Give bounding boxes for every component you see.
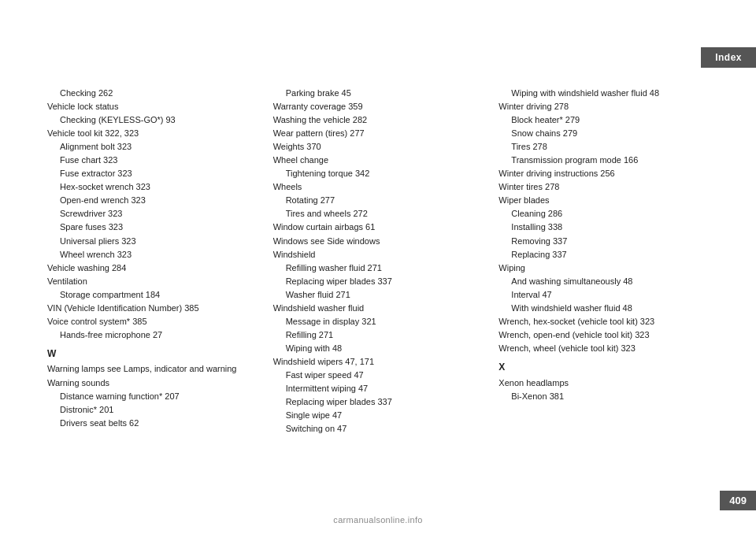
index-entry: Warranty coverage 359 bbox=[273, 100, 484, 113]
index-entry: X bbox=[498, 360, 709, 375]
index-entry: Message in display 321 bbox=[273, 315, 484, 328]
index-entry: Screwdriver 323 bbox=[47, 207, 258, 221]
index-tab: Index bbox=[701, 47, 756, 68]
page-container: Index Checking 262Vehicle lock statusChe… bbox=[0, 0, 756, 534]
index-entry: Wear pattern (tires) 277 bbox=[273, 127, 484, 140]
index-entry: Winter tires 278 bbox=[498, 180, 709, 194]
index-entry: Checking 262 bbox=[47, 87, 258, 100]
index-entry: Windows see Side windows bbox=[273, 235, 484, 248]
index-entry: Xenon headlamps bbox=[498, 376, 709, 390]
index-entry: And washing simultaneously 48 bbox=[498, 275, 709, 288]
index-entry: Wrench, open-end (vehicle tool kit) 323 bbox=[498, 328, 709, 342]
index-entry: Wiping with windshield washer fluid 48 bbox=[498, 87, 709, 100]
index-entry: Vehicle lock status bbox=[47, 100, 258, 113]
index-entry: Open-end wrench 323 bbox=[47, 194, 258, 207]
index-entry: Ventilation bbox=[47, 275, 258, 288]
index-entry: Bi-Xenon 381 bbox=[498, 390, 709, 403]
index-entry: Window curtain airbags 61 bbox=[273, 221, 484, 234]
index-entry: Alignment bolt 323 bbox=[47, 140, 258, 154]
index-entry: With windshield washer fluid 48 bbox=[498, 302, 709, 315]
index-entry: Snow chains 279 bbox=[498, 127, 709, 140]
index-entry: Warning sounds bbox=[47, 376, 258, 390]
index-entry: Tires and wheels 272 bbox=[273, 207, 484, 221]
index-entry: Wrench, wheel (vehicle tool kit) 323 bbox=[498, 342, 709, 355]
index-entry: Hex-socket wrench 323 bbox=[47, 180, 258, 194]
index-entry: Intermittent wiping 47 bbox=[273, 382, 484, 395]
index-entry: VIN (Vehicle Identification Number) 385 bbox=[47, 302, 258, 315]
page-number: 409 bbox=[720, 491, 756, 510]
index-entry: Wheel wrench 323 bbox=[47, 248, 258, 261]
index-entry: Replacing 337 bbox=[498, 248, 709, 261]
index-entry: Cleaning 286 bbox=[498, 207, 709, 221]
column-2: Parking brake 45Warranty coverage 359Was… bbox=[273, 87, 499, 436]
index-entry: Single wipe 47 bbox=[273, 409, 484, 422]
index-entry: Weights 370 bbox=[273, 140, 484, 154]
index-entry: Checking (KEYLESS-GO*) 93 bbox=[47, 113, 258, 127]
index-entry: Wiper blades bbox=[498, 194, 709, 207]
watermark: carmanualsonline.info bbox=[333, 515, 422, 525]
index-entry: Wiping bbox=[498, 261, 709, 275]
index-entry: Voice control system* 385 bbox=[47, 315, 258, 328]
index-entry: Distronic* 201 bbox=[47, 403, 258, 417]
index-entry: Storage compartment 184 bbox=[47, 288, 258, 302]
index-entry: Refilling washer fluid 271 bbox=[273, 261, 484, 275]
index-entry: Distance warning function* 207 bbox=[47, 390, 258, 403]
index-entry: Warning lamps see Lamps, indicator and w… bbox=[47, 362, 258, 376]
index-entry: Wheel change bbox=[273, 154, 484, 167]
index-entry: Wiping with 48 bbox=[273, 342, 484, 355]
index-entry: Switching on 47 bbox=[273, 422, 484, 436]
index-entry: Drivers seat belts 62 bbox=[47, 417, 258, 430]
index-entry: Windshield washer fluid bbox=[273, 302, 484, 315]
column-1: Checking 262Vehicle lock statusChecking … bbox=[47, 87, 273, 436]
index-entry: Winter driving 278 bbox=[498, 100, 709, 113]
index-entry: W bbox=[47, 347, 258, 362]
index-entry: Replacing wiper blades 337 bbox=[273, 395, 484, 409]
index-entry: Fast wiper speed 47 bbox=[273, 369, 484, 382]
index-entry: Hands-free microphone 27 bbox=[47, 328, 258, 342]
index-entry: Washer fluid 271 bbox=[273, 288, 484, 302]
index-entry: Windshield wipers 47, 171 bbox=[273, 355, 484, 369]
index-entry: Fuse chart 323 bbox=[47, 154, 258, 167]
index-entry: Vehicle washing 284 bbox=[47, 261, 258, 275]
index-entry: Universal pliers 323 bbox=[47, 235, 258, 248]
index-entry: Wrench, hex-socket (vehicle tool kit) 32… bbox=[498, 315, 709, 328]
index-entry: Tightening torque 342 bbox=[273, 167, 484, 180]
index-entry: Spare fuses 323 bbox=[47, 221, 258, 234]
index-entry: Vehicle tool kit 322, 323 bbox=[47, 127, 258, 140]
index-entry: Fuse extractor 323 bbox=[47, 167, 258, 180]
index-entry: Block heater* 279 bbox=[498, 113, 709, 127]
index-entry: Transmission program mode 166 bbox=[498, 154, 709, 167]
index-entry: Removing 337 bbox=[498, 235, 709, 248]
index-entry: Washing the vehicle 282 bbox=[273, 113, 484, 127]
column-3: Wiping with windshield washer fluid 48Wi… bbox=[498, 87, 709, 436]
index-entry: Installing 338 bbox=[498, 221, 709, 234]
index-entry: Wheels bbox=[273, 180, 484, 194]
index-entry: Rotating 277 bbox=[273, 194, 484, 207]
index-entry: Interval 47 bbox=[498, 288, 709, 302]
main-content: Checking 262Vehicle lock statusChecking … bbox=[47, 87, 709, 436]
index-entry: Refilling 271 bbox=[273, 328, 484, 342]
index-entry: Tires 278 bbox=[498, 140, 709, 154]
index-entry: Parking brake 45 bbox=[273, 87, 484, 100]
index-entry: Windshield bbox=[273, 248, 484, 261]
index-tab-label: Index bbox=[715, 52, 742, 63]
index-entry: Winter driving instructions 256 bbox=[498, 167, 709, 180]
index-entry: Replacing wiper blades 337 bbox=[273, 275, 484, 288]
